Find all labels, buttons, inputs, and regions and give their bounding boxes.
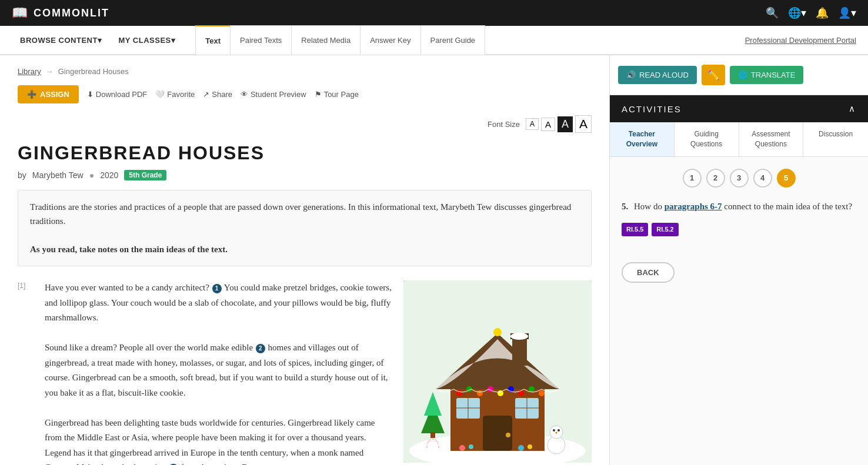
font-size-medium[interactable]: A (541, 118, 555, 131)
standard-ri52: RI.5.2 (652, 223, 678, 237)
main-content: Library → Gingerbread Houses ➕ ASSIGN ⬇ … (0, 55, 868, 465)
paragraphs-link[interactable]: paragraphs 6-7 (665, 202, 722, 211)
logo-book-icon: 📖 (12, 5, 29, 21)
search-icon[interactable]: 🔍 (766, 6, 779, 19)
app-logo[interactable]: 📖 COMMONLIT (12, 5, 109, 21)
text-metadata: by Marybeth Tew ● 2020 5th Grade (18, 170, 592, 180)
pencil-button[interactable]: ✏️ (702, 65, 725, 85)
standard-ri55: RI.5.5 (622, 223, 648, 237)
top-navigation: 📖 COMMONLIT 🔍 🌐▾ 🔔 👤▾ (0, 0, 868, 26)
svg-point-34 (469, 444, 473, 449)
nav-left: BROWSE CONTENT ▾ MY CLASSES ▾ Text Paire… (12, 25, 485, 55)
intro-box: Traditions are the stories and practices… (18, 190, 592, 266)
read-note: As you read, take notes on the main idea… (30, 245, 228, 254)
grade-badge: 5th Grade (124, 170, 166, 180)
font-size-small[interactable]: A (526, 118, 539, 130)
right-panel: 🔊 READ ALOUD ✏️ 🌐 TRANSLATE ACTIVITIES ∧… (609, 55, 868, 465)
professional-development-link[interactable]: Professional Development Portal (745, 36, 856, 45)
share-link[interactable]: ↗ Share (203, 90, 232, 99)
eye-icon: 👁 (241, 90, 248, 99)
activities-title: ACTIVITIES (622, 104, 682, 114)
student-preview-link[interactable]: 👁 Student Preview (241, 90, 306, 99)
question-num-3[interactable]: 3 (730, 169, 749, 188)
svg-point-21 (518, 390, 524, 396)
heart-icon: 🤍 (155, 90, 165, 99)
question-num-1[interactable]: 1 (683, 169, 702, 188)
vocab-marker-2[interactable]: 2 (256, 344, 265, 353)
bell-icon[interactable]: 🔔 (816, 6, 829, 19)
tab-discussion[interactable]: Discussion (803, 122, 868, 156)
tab-teacher-overview[interactable]: Teacher Overview (610, 122, 675, 156)
question-num-2[interactable]: 2 (706, 169, 725, 188)
assign-button[interactable]: ➕ ASSIGN (18, 85, 79, 103)
activities-tabs: Teacher Overview Guiding Questions Asses… (610, 122, 868, 157)
pencil-icon: ✏️ (707, 69, 719, 81)
svg-point-33 (459, 445, 465, 451)
para-text-2: Sound like a dream? People all over the … (45, 340, 394, 400)
intro-text: Traditions are the stories and practices… (30, 202, 571, 226)
text-title: GINGERBREAD HOUSES (18, 142, 592, 164)
svg-rect-31 (430, 432, 435, 438)
svg-point-6 (510, 333, 528, 340)
favorite-link[interactable]: 🤍 Favorite (155, 90, 195, 99)
question-num-5[interactable]: 5 (777, 169, 796, 188)
paragraph-1: [1] Have you ever wanted to be a candy a… (18, 280, 592, 465)
flag-icon: ⚑ (315, 90, 322, 99)
top-nav-icons: 🔍 🌐▾ 🔔 👤▾ (766, 6, 856, 19)
svg-point-8 (506, 433, 510, 437)
font-size-xlarge[interactable]: A (575, 115, 592, 133)
tab-text[interactable]: Text (195, 25, 231, 55)
text-image: "Untitled" by AdrianaMacias is licensed … (403, 280, 592, 465)
breadcrumb-arrow: → (46, 67, 54, 76)
question-num-4[interactable]: 4 (753, 169, 772, 188)
read-aloud-button[interactable]: 🔊 READ ALOUD (618, 66, 697, 84)
svg-rect-4 (512, 336, 527, 366)
text-author: Marybeth Tew (32, 170, 84, 180)
svg-point-35 (518, 445, 524, 451)
question-text: 5. How do paragraphs 6-7 connect to the … (622, 199, 856, 213)
tab-parent-guide[interactable]: Parent Guide (420, 25, 486, 55)
tab-guiding-questions[interactable]: Guiding Questions (675, 122, 739, 156)
translate-button[interactable]: 🌐 TRANSLATE (730, 66, 804, 84)
font-size-large[interactable]: A (557, 116, 573, 132)
tab-related-media[interactable]: Related Media (291, 25, 360, 55)
svg-point-27 (557, 429, 560, 431)
tour-page-link[interactable]: ⚑ Tour Page (315, 90, 359, 99)
download-pdf-link[interactable]: ⬇ Download PDF (87, 90, 147, 99)
dot-separator: ● (89, 170, 94, 180)
svg-point-36 (528, 444, 532, 449)
font-size-label: Font Size (488, 120, 520, 129)
app-name: COMMONLIT (34, 7, 109, 19)
tool-buttons: 🔊 READ ALOUD ✏️ 🌐 TRANSLATE (610, 55, 868, 95)
action-bar: ➕ ASSIGN ⬇ Download PDF 🤍 Favorite ↗ Sha… (18, 85, 592, 103)
breadcrumb-library[interactable]: Library (18, 67, 41, 76)
collapse-icon[interactable]: ∧ (849, 103, 856, 114)
text-year: 2020 (100, 170, 118, 180)
font-size-control: Font Size A A A A (18, 115, 592, 133)
tab-answer-key[interactable]: Answer Key (360, 25, 420, 55)
svg-point-32 (493, 328, 502, 336)
content-tabs: Text Paired Texts Related Media Answer K… (195, 25, 485, 55)
browse-content-button[interactable]: BROWSE CONTENT ▾ (12, 25, 110, 55)
svg-point-22 (529, 386, 535, 392)
standards-badges: RI.5.5 RI.5.2 (622, 223, 856, 237)
svg-point-26 (553, 429, 555, 431)
tab-assessment-questions[interactable]: Assessment Questions (739, 122, 804, 156)
svg-point-23 (539, 390, 545, 396)
question-navigator: 1 2 3 4 5 (610, 157, 868, 199)
speaker-icon: 🔊 (626, 71, 636, 79)
globe-translate-icon: 🌐 (738, 71, 747, 79)
tab-paired-texts[interactable]: Paired Texts (230, 25, 292, 55)
question-rest: connect to the main idea of the text? (724, 202, 852, 211)
breadcrumb-current: Gingerbread Houses (58, 67, 129, 76)
user-icon[interactable]: 👤▾ (838, 6, 856, 19)
share-icon: ↗ (203, 90, 209, 99)
text-panel: Library → Gingerbread Houses ➕ ASSIGN ⬇ … (0, 55, 609, 465)
globe-icon[interactable]: 🌐▾ (788, 6, 806, 19)
back-button[interactable]: BACK (622, 262, 675, 283)
vocab-marker-1[interactable]: 1 (212, 284, 222, 293)
assign-plus-icon: ➕ (27, 90, 36, 99)
download-icon: ⬇ (87, 90, 94, 99)
my-classes-button[interactable]: MY CLASSES ▾ (110, 25, 183, 55)
breadcrumb: Library → Gingerbread Houses (18, 67, 592, 76)
